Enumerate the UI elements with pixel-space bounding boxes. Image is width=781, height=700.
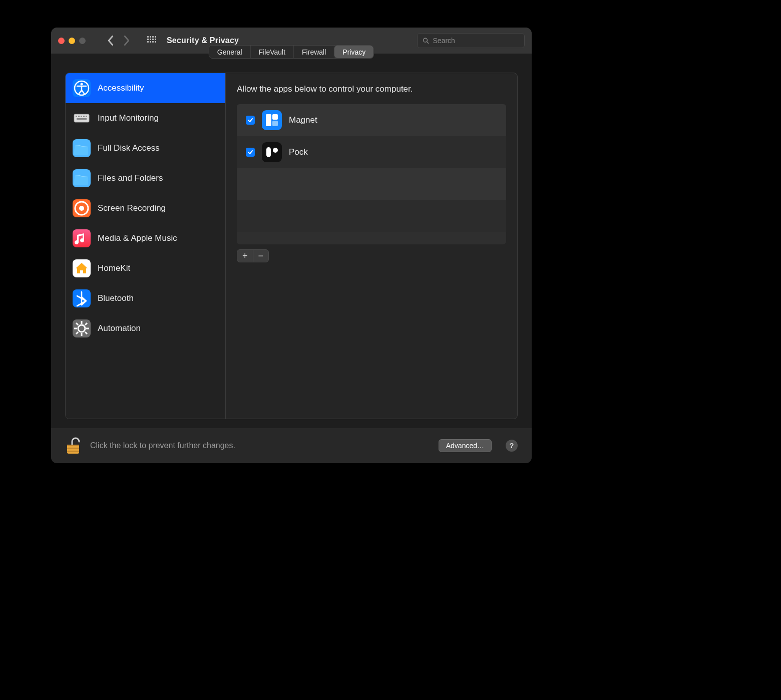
add-remove-control: + − [237,249,269,262]
svg-rect-7 [78,116,80,117]
pock-app-icon [262,142,282,162]
tab-filevault[interactable]: FileVault [251,46,294,58]
svg-rect-10 [86,116,87,117]
search-input[interactable] [433,37,519,45]
sidebar-item-label: Full Disk Access [98,143,160,153]
system-preferences-window: Security & Privacy GeneralFileVaultFirew… [51,28,532,463]
privacy-sidebar[interactable]: AccessibilityInput MonitoringFull Disk A… [66,73,226,419]
sidebar-item-homekit[interactable]: HomeKit [66,253,225,283]
app-row-magnet[interactable]: Magnet [237,104,506,136]
minimize-window-button[interactable] [69,38,75,44]
sidebar-item-automation[interactable]: Automation [66,313,225,343]
sidebar-item-accessibility[interactable]: Accessibility [66,73,225,103]
svg-rect-32 [272,114,278,120]
close-window-button[interactable] [58,38,65,44]
svg-rect-33 [272,121,278,126]
svg-rect-38 [67,445,79,446]
sidebar-item-bluetooth[interactable]: Bluetooth [66,283,225,313]
tab-privacy[interactable]: Privacy [334,46,373,58]
magnet-app-icon [262,110,282,130]
home-icon [73,259,91,277]
unlocked-lock-icon [65,436,83,456]
window-controls [58,38,86,44]
chevron-right-icon [123,36,130,46]
svg-rect-40 [67,451,79,452]
tab-general[interactable]: General [209,46,251,58]
app-name: Pock [289,147,308,157]
sidebar-item-label: Media & Apple Music [98,233,177,243]
svg-rect-39 [67,448,79,449]
privacy-content: Allow the apps below to control your com… [226,73,517,419]
app-row-pock[interactable]: Pock [237,136,506,168]
add-app-button[interactable]: + [237,250,253,262]
svg-rect-31 [266,114,271,126]
back-button[interactable] [104,34,118,48]
sidebar-item-files-and-folders[interactable]: Files and Folders [66,163,225,193]
grid-icon [147,36,156,45]
svg-rect-11 [77,118,87,120]
svg-rect-9 [83,116,85,117]
svg-rect-8 [81,116,82,117]
app-list[interactable]: MagnetPock [237,104,506,244]
lock-text: Click the lock to prevent further change… [90,441,235,450]
sidebar-item-input-monitoring[interactable]: Input Monitoring [66,103,225,133]
svg-rect-6 [76,116,77,117]
folder-icon [73,169,91,187]
svg-point-36 [273,148,278,153]
remove-app-button[interactable]: − [253,250,269,262]
zoom-window-button[interactable] [79,38,86,44]
page-title: Security & Privacy [167,36,239,45]
lock-control[interactable]: Click the lock to prevent further change… [65,436,235,456]
forward-button[interactable] [120,34,134,48]
svg-rect-35 [266,147,271,157]
tabs: GeneralFileVaultFirewallPrivacy [209,45,374,59]
svg-point-4 [81,83,83,86]
sidebar-item-media-apple-music[interactable]: Media & Apple Music [66,223,225,253]
advanced-button[interactable]: Advanced… [439,439,492,452]
chevron-left-icon [107,36,114,46]
search-icon [423,37,429,44]
keyboard-icon [73,109,91,127]
music-note-icon [73,229,91,247]
svg-point-16 [79,206,84,211]
show-all-prefs-button[interactable] [145,34,159,48]
accessibility-icon [73,79,91,97]
pref-pane-body: GeneralFileVaultFirewallPrivacy Accessib… [51,54,532,428]
app-checkbox[interactable] [246,116,255,125]
sidebar-item-label: HomeKit [98,263,130,273]
app-name: Magnet [289,115,317,125]
svg-rect-30 [262,110,282,130]
sidebar-item-label: Bluetooth [98,293,134,303]
privacy-description: Allow the apps below to control your com… [237,84,506,94]
sidebar-item-label: Screen Recording [98,203,166,213]
app-row-empty [237,200,506,232]
footer: Click the lock to prevent further change… [51,428,532,463]
folder-icon [73,139,91,157]
app-row-empty [237,168,506,200]
privacy-panel: AccessibilityInput MonitoringFull Disk A… [65,73,518,419]
app-checkbox[interactable] [246,148,255,157]
tab-firewall[interactable]: Firewall [294,46,334,58]
search-field[interactable] [417,33,525,48]
sidebar-item-label: Automation [98,323,141,333]
svg-rect-17 [73,229,91,247]
sidebar-item-label: Input Monitoring [98,113,159,123]
sidebar-item-screen-recording[interactable]: Screen Recording [66,193,225,223]
sidebar-item-full-disk-access[interactable]: Full Disk Access [66,133,225,163]
svg-line-1 [427,42,429,43]
record-circle-icon [73,199,91,217]
gear-icon [73,319,91,337]
sidebar-item-label: Files and Folders [98,173,163,183]
help-button[interactable]: ? [506,440,518,452]
svg-rect-34 [262,142,282,162]
bluetooth-icon [73,289,91,307]
sidebar-item-label: Accessibility [98,83,144,93]
